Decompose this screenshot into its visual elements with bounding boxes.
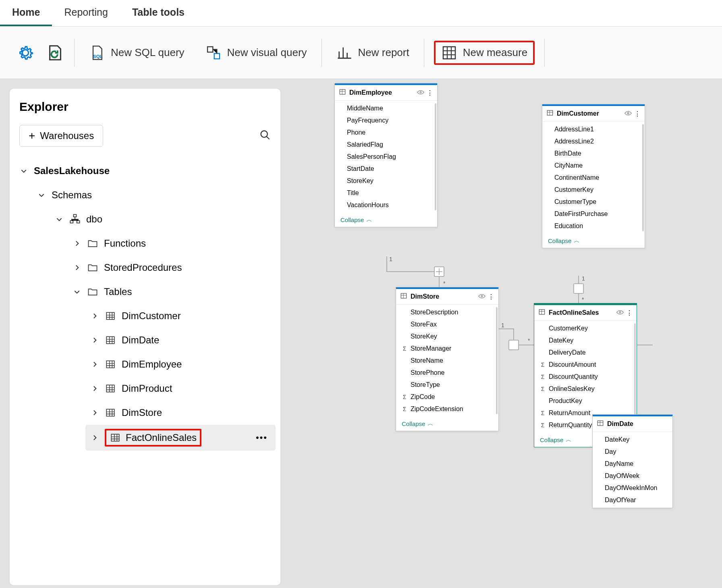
svg-rect-20 (574, 284, 583, 293)
refresh-icon[interactable] (46, 44, 64, 62)
column-row[interactable]: BirthDate (542, 148, 645, 160)
tree-schema-dbo[interactable]: dbo (55, 207, 271, 231)
chevron-down-icon (19, 166, 28, 175)
column-row[interactable]: StoreType (396, 379, 498, 391)
column-row[interactable]: SalesPersonFlag (335, 151, 437, 163)
tree-table-label: DimCustomer (122, 310, 181, 322)
tree-table-dimproduct[interactable]: DimProduct (90, 376, 271, 401)
new-visual-query-button[interactable]: New visual query (201, 42, 312, 64)
column-row[interactable]: AddressLine2 (542, 135, 645, 148)
more-icon[interactable]: ⋮ (488, 293, 494, 301)
new-report-button[interactable]: New report (332, 42, 414, 64)
settings-icon[interactable] (16, 44, 35, 62)
folder-icon (87, 238, 98, 249)
column-row[interactable]: Day (593, 446, 672, 458)
tree-schemas[interactable]: Schemas (37, 183, 271, 207)
tree-tables-label: Tables (104, 286, 132, 297)
entity-dimemployee[interactable]: DimEmployee ⋮ MiddleNamePayFrequencyPhon… (334, 83, 438, 227)
relationship-canvas[interactable]: 1 * 1 * 1 * * DimEmployee ⋮ MiddleNamePa… (290, 79, 722, 588)
tab-home[interactable]: Home (0, 0, 52, 26)
column-row[interactable]: CustomerType (542, 196, 645, 208)
svg-rect-32 (598, 421, 603, 426)
column-row[interactable]: CityName (542, 160, 645, 172)
tree-table-dimemployee[interactable]: DimEmployee (90, 352, 271, 376)
table-icon (105, 359, 116, 370)
chevron-down-icon (55, 215, 64, 224)
search-icon[interactable] (259, 129, 271, 142)
column-row[interactable]: Phone (335, 127, 437, 139)
tree-root-saleslakehouse[interactable]: SalesLakehouse (19, 159, 271, 183)
column-row[interactable]: VacationHours (335, 199, 437, 211)
visibility-icon[interactable] (616, 309, 624, 316)
column-row[interactable]: StoreKey (396, 330, 498, 343)
collapse-button[interactable]: Collapse︿ (396, 417, 498, 431)
column-row[interactable]: CustomerKey (542, 184, 645, 196)
column-row[interactable]: ΣDiscountAmount (534, 359, 637, 371)
tree-table-label: DimDate (122, 335, 159, 346)
visibility-icon[interactable] (478, 293, 485, 300)
tree-folder-tables[interactable]: Tables (73, 280, 271, 304)
column-row[interactable]: ContinentName (542, 172, 645, 184)
entity-dimcustomer[interactable]: DimCustomer ⋮ AddressLine1AddressLine2Bi… (542, 104, 645, 248)
tree-functions-label: Functions (104, 238, 146, 249)
chevron-up-icon: ︿ (566, 436, 572, 444)
column-row[interactable]: DayName (593, 458, 672, 470)
chevron-right-icon (90, 312, 99, 320)
column-row[interactable]: StoreName (396, 355, 498, 367)
column-row[interactable]: ΣZipCodeExtension (396, 403, 498, 415)
column-row[interactable]: CustomerKey (534, 322, 637, 335)
entity-dimdate[interactable]: DimDate DateKeyDayDayNameDayOfWeekDayOfW… (592, 414, 673, 508)
tree-table-dimcustomer[interactable]: DimCustomer (90, 304, 271, 328)
column-row[interactable]: ΣDiscountQuantity (534, 371, 637, 383)
column-row[interactable]: Education (542, 220, 645, 232)
column-row[interactable]: ΣOnlineSalesKey (534, 383, 637, 395)
entity-title: DimEmployee (349, 89, 392, 96)
column-row[interactable]: DayOfWeekInMon (593, 482, 672, 494)
tree-folder-functions[interactable]: Functions (73, 231, 271, 256)
column-row[interactable]: ΣZipCode (396, 391, 498, 403)
more-options-icon[interactable]: ••• (253, 432, 271, 443)
column-row[interactable]: StorePhone (396, 367, 498, 379)
add-warehouses-button[interactable]: + Warehouses (19, 125, 103, 147)
tree-folder-storedprocedures[interactable]: StoredProcedures (73, 256, 271, 280)
table-icon (105, 407, 116, 418)
svg-text:*: * (528, 337, 530, 344)
tree-table-factonlinesales[interactable]: FactOnlineSales••• (85, 425, 276, 451)
visibility-icon[interactable] (417, 89, 424, 96)
column-row[interactable]: DayOfWeek (593, 470, 672, 482)
column-row[interactable]: StoreDescription (396, 306, 498, 318)
column-row[interactable]: StoreFax (396, 318, 498, 330)
column-row[interactable]: MiddleName (335, 102, 437, 114)
new-measure-button[interactable]: New measure (434, 41, 535, 65)
column-row[interactable]: ΣStoreManager (396, 343, 498, 355)
visibility-icon[interactable] (624, 110, 632, 117)
column-row[interactable]: StoreKey (335, 175, 437, 187)
more-icon[interactable]: ⋮ (626, 309, 633, 317)
new-sql-query-button[interactable]: SQL New SQL query (84, 42, 189, 64)
column-row[interactable]: DateKey (593, 434, 672, 446)
column-row[interactable]: DeliveryDate (534, 347, 637, 359)
svg-rect-6 (70, 221, 73, 223)
column-row[interactable]: AddressLine1 (542, 123, 645, 135)
entity-dimstore[interactable]: DimStore ⋮ StoreDescriptionStoreFaxStore… (396, 287, 499, 431)
more-icon[interactable]: ⋮ (427, 89, 433, 97)
chevron-right-icon (73, 263, 81, 272)
column-row[interactable]: SalariedFlag (335, 139, 437, 151)
column-row[interactable]: PayFrequency (335, 114, 437, 127)
folder-icon (87, 286, 98, 297)
column-row[interactable]: DateKey (534, 335, 637, 347)
bar-chart-icon (336, 45, 353, 61)
column-row[interactable]: StartDate (335, 163, 437, 175)
column-row[interactable]: ProductKey (534, 395, 637, 407)
svg-rect-3 (443, 47, 455, 59)
column-row[interactable]: DateFirstPurchase (542, 208, 645, 220)
column-row[interactable]: DayOfYear (593, 494, 672, 506)
collapse-button[interactable]: Collapse︿ (335, 213, 437, 227)
tree-table-dimdate[interactable]: DimDate (90, 328, 271, 352)
collapse-button[interactable]: Collapse︿ (542, 234, 645, 248)
tab-reporting[interactable]: Reporting (52, 0, 120, 26)
column-row[interactable]: Title (335, 187, 437, 199)
tree-table-dimstore[interactable]: DimStore (90, 401, 271, 425)
more-icon[interactable]: ⋮ (634, 110, 641, 118)
tab-table-tools[interactable]: Table tools (120, 0, 197, 26)
